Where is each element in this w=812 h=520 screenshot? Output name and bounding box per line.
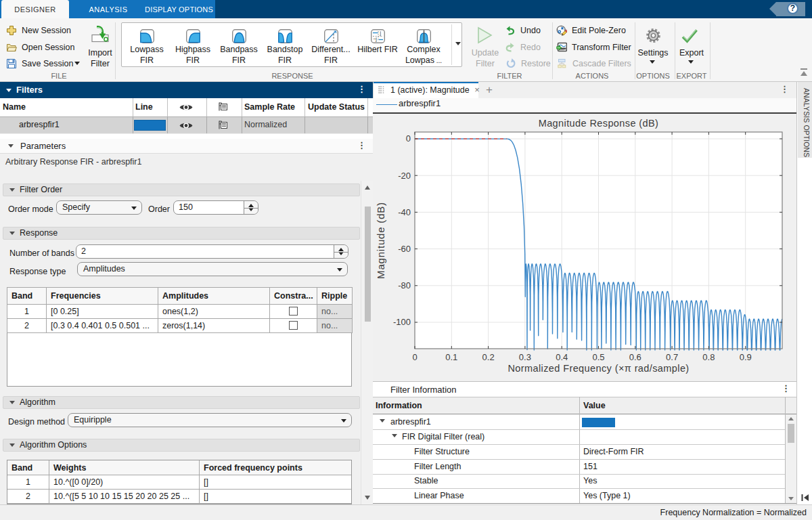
svg-text:0: 0 [406,133,411,144]
svg-text:0.3: 0.3 [519,352,531,362]
svg-text:Magnitude Response (dB): Magnitude Response (dB) [539,118,659,129]
svg-text:0.2: 0.2 [482,352,495,362]
svg-text:0: 0 [412,352,417,362]
svg-text:-100: -100 [393,317,411,327]
svg-text:j: j [379,30,381,36]
svg-text:0.9: 0.9 [740,352,752,362]
svg-text:0.1: 0.1 [445,352,457,362]
svg-text:0.6: 0.6 [629,352,641,362]
svg-text:-40: -40 [398,207,411,217]
svg-text:0.5: 0.5 [592,352,604,362]
svg-text:0.4: 0.4 [556,352,568,362]
svg-text:-20: -20 [398,171,411,181]
svg-text:−j: −j [373,37,377,42]
svg-text:0.7: 0.7 [666,352,678,362]
svg-text:Normalized Frequency (×π rad/s: Normalized Frequency (×π rad/sample) [508,363,689,374]
svg-text:0.8: 0.8 [702,352,715,362]
svg-text:-60: -60 [398,244,411,254]
svg-text:-80: -80 [398,280,411,290]
svg-text:Magnitude (dB): Magnitude (dB) [375,202,386,279]
